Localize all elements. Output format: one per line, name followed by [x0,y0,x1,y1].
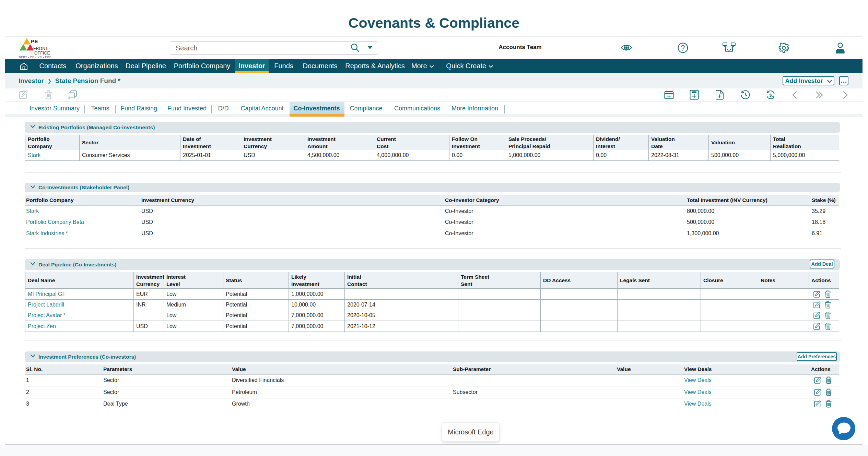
svg-text:$: $ [770,93,772,98]
